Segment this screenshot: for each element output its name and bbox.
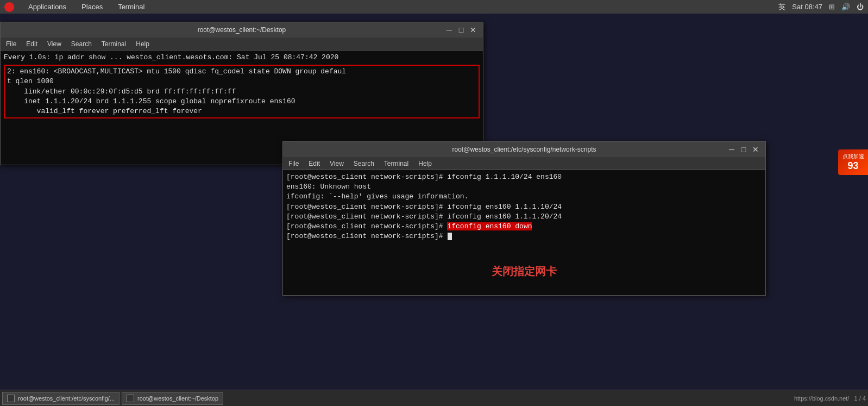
sound-icon: 🔊 [841, 3, 850, 11]
minimize-btn-1[interactable]: ─ [445, 26, 454, 34]
taskbar-icon-1 [7, 395, 15, 402]
output-line-1: 2: ens160: <BROADCAST,MULTICAST> mtu 150… [7, 67, 476, 77]
menu-terminal[interactable]: Terminal [115, 2, 148, 12]
app-icon [4, 2, 14, 12]
menu-help-2[interactable]: Help [416, 159, 434, 168]
output-line-3: link/ether 00:0c:29:0f:d5:d5 brd ff:ff:f… [7, 87, 476, 97]
menu-edit-2[interactable]: Edit [306, 159, 322, 168]
window-controls-2: ─ □ ✕ [727, 145, 760, 154]
menu-edit-1[interactable]: Edit [24, 40, 40, 48]
menu-file-2[interactable]: File [286, 159, 301, 168]
menu-help-1[interactable]: Help [134, 40, 152, 48]
terminal-window-2: root@westos_client:/etc/sysconfig/networ… [282, 141, 766, 296]
menu-search-2[interactable]: Search [351, 159, 376, 168]
menu-terminal-1[interactable]: Terminal [99, 40, 128, 48]
maximize-btn-2[interactable]: □ [739, 145, 748, 154]
close-btn-1[interactable]: ✕ [469, 26, 477, 34]
clock: Sat 08:47 [792, 3, 822, 11]
menu-view-1[interactable]: View [45, 40, 64, 48]
annotation-text: 关闭指定网卡 [492, 264, 557, 279]
titlebar-1[interactable]: root@westos_client:~/Desktop ─ □ ✕ [1, 22, 483, 38]
taskbar: root@westos_client:/etc/sysconfig/... ro… [0, 390, 868, 406]
taskbar-item-2[interactable]: root@westos_client:~/Desktop [122, 392, 223, 405]
window-title-2: root@westos_client:/etc/sysconfig/networ… [321, 146, 727, 153]
menu-search-1[interactable]: Search [69, 40, 94, 48]
terminal-menubar-2: File Edit View Search Terminal Help [283, 157, 765, 170]
titlebar-2[interactable]: root@westos_client:/etc/sysconfig/networ… [283, 142, 765, 157]
minimize-btn-2[interactable]: ─ [727, 145, 736, 154]
badge-number: 93 [840, 160, 866, 172]
cmd-line-4: [root@westos_client network-scripts]# if… [286, 202, 762, 212]
taskbar-label-1: root@westos_client:/etc/sysconfig/... [18, 395, 115, 402]
cmd-line-2: ens160: Unknown host [286, 182, 762, 192]
desktop: root@westos_client:~/Desktop ─ □ ✕ File … [0, 14, 868, 390]
taskbar-item-1[interactable]: root@westos_client:/etc/sysconfig/... [2, 392, 119, 405]
cmd-line-5: [root@westos_client network-scripts]# if… [286, 212, 762, 222]
output-line-2: t qlen 1000 [7, 77, 476, 86]
maximize-btn-1[interactable]: □ [457, 26, 466, 34]
taskbar-icon-2 [127, 395, 134, 402]
network-icon: ⊞ [829, 3, 835, 11]
power-icon[interactable]: ⏻ [857, 3, 864, 11]
menu-applications[interactable]: Applications [25, 2, 70, 12]
cmd-line-6: [root@westos_client network-scripts]# if… [286, 222, 762, 232]
window-title-1: root@westos_client:~/Desktop [39, 26, 445, 34]
side-badge[interactable]: 点我加速 93 [838, 149, 868, 175]
terminal-menubar-1: File Edit View Search Terminal Help [1, 38, 483, 51]
cmd-line-3: ifconfig: `--help' gives usage informati… [286, 192, 762, 202]
menu-view-2[interactable]: View [328, 159, 346, 168]
output-block-1: 2: ens160: <BROADCAST,MULTICAST> mtu 150… [4, 65, 480, 118]
menu-places[interactable]: Places [78, 2, 106, 12]
cmd-line-1: [root@westos_client network-scripts]# if… [286, 172, 762, 182]
page-indicator: https://blog.csdn.net/ 1 / 4 [794, 395, 866, 402]
output-line-5: valid_lft forever preferred_lft forever [7, 107, 476, 116]
menu-file-1[interactable]: File [4, 40, 18, 48]
top-menubar: Applications Places Terminal 英 Sat 08:47… [0, 0, 868, 14]
header-line: Every 1.0s: ip addr show ... westos_clie… [4, 53, 480, 63]
cmd-line-7: [root@westos_client network-scripts]# [286, 232, 762, 241]
close-btn-2[interactable]: ✕ [751, 145, 760, 154]
lang-indicator: 英 [778, 2, 785, 12]
taskbar-label-2: root@westos_client:~/Desktop [137, 395, 218, 402]
terminal-cursor [448, 233, 452, 240]
taskbar-right: https://blog.csdn.net/ 1 / 4 [794, 395, 866, 402]
system-tray: 英 Sat 08:47 ⊞ 🔊 ⏻ [778, 2, 864, 12]
highlighted-command: ifconfig ens160 down [447, 222, 532, 230]
window-controls-1: ─ □ ✕ [445, 26, 477, 34]
output-line-4: inet 1.1.1.20/24 brd 1.1.1.255 scope glo… [7, 97, 476, 107]
menu-terminal-2[interactable]: Terminal [382, 159, 411, 168]
badge-text: 点我加速 [840, 153, 866, 160]
